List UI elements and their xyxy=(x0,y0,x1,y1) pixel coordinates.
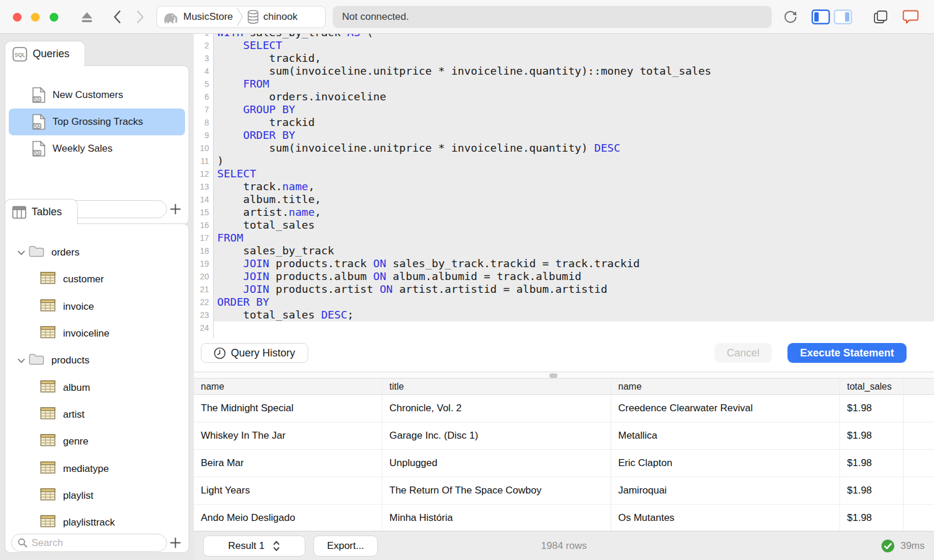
code-line[interactable]: 17FROM xyxy=(194,232,934,244)
results-cell[interactable]: Beira Mar xyxy=(194,450,382,477)
tree-table-row[interactable]: invoiceline xyxy=(5,320,189,347)
results-cell[interactable]: $1.98 xyxy=(840,505,904,531)
results-column-header[interactable]: total_sales xyxy=(840,379,904,394)
code-line[interactable]: 14 album.title, xyxy=(194,193,934,206)
results-cell[interactable]: Ando Meio Desligado xyxy=(194,505,382,531)
results-cell[interactable]: The Return Of The Space Cowboy xyxy=(382,477,611,504)
results-splitter[interactable] xyxy=(194,372,934,379)
results-row[interactable]: The Midnight SpecialChronicle, Vol. 2Cre… xyxy=(194,395,934,422)
add-query-button[interactable] xyxy=(167,204,184,215)
code-line[interactable]: 22ORDER BY xyxy=(194,296,934,309)
results-cell[interactable]: Garage Inc. (Disc 1) xyxy=(382,422,611,449)
forward-button[interactable] xyxy=(131,9,149,25)
tree-folder-row[interactable]: orders xyxy=(5,239,189,266)
tree-table-row[interactable]: genre xyxy=(5,428,189,455)
tab-queries[interactable]: SQL Queries xyxy=(5,41,85,66)
results-cell[interactable]: Light Years xyxy=(194,477,382,504)
code-line[interactable]: 3 trackid, xyxy=(194,52,934,65)
results-cell[interactable]: Unplugged xyxy=(382,450,611,477)
add-table-button[interactable] xyxy=(167,537,184,548)
toggle-left-sidebar-button[interactable] xyxy=(811,9,830,25)
server-item[interactable]: MusicStore xyxy=(163,10,233,24)
results-cell[interactable]: Jamiroquai xyxy=(611,477,840,504)
disclosure-chevron[interactable] xyxy=(13,358,29,363)
code-line[interactable]: 5 FROM xyxy=(194,78,934,90)
database-item[interactable]: chinook xyxy=(247,9,298,24)
code-line[interactable]: 6 orders.invoiceline xyxy=(194,90,934,103)
zoom-window-button[interactable] xyxy=(50,13,58,22)
results-cell[interactable]: Os Mutantes xyxy=(611,505,840,531)
splitter-drag-handle[interactable] xyxy=(549,373,557,378)
results-column-header[interactable]: name xyxy=(611,379,840,394)
code-lines[interactable]: 1WITH sales_by_track AS (2 SELECT3 track… xyxy=(194,34,934,334)
results-row[interactable]: Light YearsThe Return Of The Space Cowbo… xyxy=(194,477,934,505)
results-row[interactable]: Ando Meio DesligadoMinha HistóriaOs Muta… xyxy=(194,505,934,531)
reload-button[interactable] xyxy=(781,9,800,25)
toggle-right-sidebar-button[interactable] xyxy=(834,9,852,25)
result-selector-dropdown[interactable]: Result 1 xyxy=(203,536,305,556)
results-cell[interactable]: $1.98 xyxy=(840,450,904,477)
results-cell[interactable]: Chronicle, Vol. 2 xyxy=(382,395,611,422)
code-line[interactable]: 12SELECT xyxy=(194,167,934,180)
tree-table-row[interactable]: playlist xyxy=(5,482,189,509)
code-line[interactable]: 9 ORDER BY xyxy=(194,129,934,142)
query-list-item[interactable]: SQLWeekly Sales xyxy=(9,135,185,162)
sql-editor[interactable]: 1WITH sales_by_track AS (2 SELECT3 track… xyxy=(194,34,934,338)
code-line[interactable]: 23 total_sales DESC; xyxy=(194,309,934,321)
tree-table-row[interactable]: playlisttrack xyxy=(5,509,189,534)
tree-table-row[interactable]: invoice xyxy=(5,293,189,320)
results-cell[interactable]: Creedence Clearwater Revival xyxy=(611,395,840,422)
tree-table-row[interactable]: artist xyxy=(5,401,189,428)
code-line[interactable]: 21 JOIN products.artist ON artist.artist… xyxy=(194,283,934,296)
tree-folder-row[interactable]: products xyxy=(5,347,189,374)
code-line[interactable]: 20 JOIN products.album ON album.albumid … xyxy=(194,270,934,283)
results-row[interactable]: Whiskey In The JarGarage Inc. (Disc 1)Me… xyxy=(194,422,934,450)
tables-search-input[interactable] xyxy=(32,537,161,549)
results-cell[interactable]: $1.98 xyxy=(840,422,904,449)
feedback-button[interactable] xyxy=(901,9,920,25)
results-cell[interactable]: Minha História xyxy=(382,505,611,531)
results-column-header[interactable]: name xyxy=(194,379,382,394)
cancel-button[interactable]: Cancel xyxy=(715,343,772,363)
export-button[interactable]: Export... xyxy=(313,536,378,556)
code-line[interactable]: 1WITH sales_by_track AS ( xyxy=(194,34,934,39)
code-line[interactable]: 13 track.name, xyxy=(194,180,934,193)
query-list-item[interactable]: SQLTop Grossing Tracks xyxy=(9,108,185,135)
code-line[interactable]: 8 trackid xyxy=(194,116,934,129)
execute-statement-button[interactable]: Execute Statement xyxy=(787,343,907,363)
code-line[interactable]: 18 sales_by_track xyxy=(194,244,934,257)
disclosure-chevron[interactable] xyxy=(13,250,29,256)
code-line[interactable]: 4 sum(invoiceline.unitprice * invoicelin… xyxy=(194,65,934,78)
line-number: 15 xyxy=(194,206,214,219)
line-number: 11 xyxy=(194,155,214,167)
results-cell[interactable]: The Midnight Special xyxy=(194,395,382,422)
results-row[interactable]: Beira MarUnpluggedEric Clapton$1.98 xyxy=(194,450,934,477)
back-button[interactable] xyxy=(107,9,126,25)
results-cell[interactable]: $1.98 xyxy=(840,477,904,504)
code-line[interactable]: 11) xyxy=(194,155,934,167)
code-line[interactable]: 7 GROUP BY xyxy=(194,103,934,116)
tree-table-row[interactable]: customer xyxy=(5,266,189,293)
code-line[interactable]: 2 SELECT xyxy=(194,39,934,52)
tree-table-row[interactable]: album xyxy=(5,374,189,401)
result-selector-label: Result 1 xyxy=(228,540,264,552)
query-history-button[interactable]: Query History xyxy=(201,343,308,363)
tree-table-row[interactable]: mediatype xyxy=(5,455,189,482)
tab-tables[interactable]: Tables xyxy=(5,199,78,225)
results-column-header[interactable]: title xyxy=(382,379,611,394)
code-line[interactable]: 19 JOIN products.track ON sales_by_track… xyxy=(194,257,934,270)
window-tabs-button[interactable] xyxy=(871,9,890,25)
minimize-window-button[interactable] xyxy=(31,13,40,22)
tables-search-field[interactable] xyxy=(11,534,167,552)
code-line[interactable]: 10 sum(invoiceline.unitprice * invoiceli… xyxy=(194,142,934,155)
code-line[interactable]: 15 artist.name, xyxy=(194,206,934,219)
disconnect-eject-button[interactable] xyxy=(78,9,96,25)
results-cell[interactable]: Eric Clapton xyxy=(611,450,840,477)
query-list-item[interactable]: SQLNew Customers xyxy=(9,82,185,108)
code-line[interactable]: 16 total_sales xyxy=(194,219,934,232)
results-cell[interactable]: Metallica xyxy=(611,422,840,449)
results-cell[interactable]: Whiskey In The Jar xyxy=(194,422,382,449)
close-window-button[interactable] xyxy=(13,13,22,22)
code-line[interactable]: 24 xyxy=(194,321,934,334)
results-cell[interactable]: $1.98 xyxy=(840,395,904,422)
